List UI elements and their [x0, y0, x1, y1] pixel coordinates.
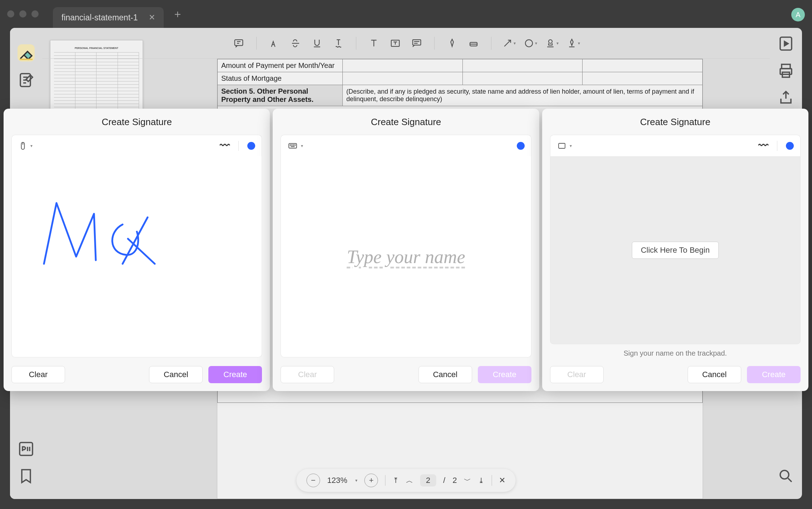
shape-tool-icon[interactable]: ▾ — [521, 34, 539, 52]
toolbar-separator — [256, 37, 257, 50]
table-cell: Amount of Payment per Month/Year — [218, 59, 343, 72]
first-page-icon[interactable]: ⤒ — [393, 476, 399, 485]
clear-button[interactable]: Clear — [281, 366, 334, 383]
highlight-tool-button[interactable] — [18, 44, 35, 61]
signature-dialogs-row: Create Signature ▾ 〰 Clear Cancel Create — [0, 109, 812, 391]
cancel-button[interactable]: Cancel — [688, 366, 741, 383]
close-window-button[interactable] — [7, 10, 14, 18]
note-tool-button[interactable] — [18, 71, 35, 89]
svg-point-13 — [780, 470, 789, 479]
close-tab-icon[interactable]: ✕ — [149, 13, 155, 22]
squiggly-tool-icon[interactable] — [330, 34, 347, 52]
signature-canvas-draw[interactable] — [11, 156, 262, 357]
next-page-icon[interactable]: ﹀ — [464, 476, 471, 485]
toolbar-separator — [491, 37, 491, 50]
highlighter-tool-icon[interactable] — [265, 34, 283, 52]
color-swatch[interactable] — [517, 142, 525, 150]
traffic-lights — [7, 10, 39, 18]
slideshow-icon[interactable] — [777, 35, 794, 52]
document-tab[interactable]: financial-statement-1 ✕ — [53, 7, 164, 28]
zoom-in-button[interactable]: + — [365, 474, 378, 487]
signature-tool-icon[interactable]: ▾ — [564, 34, 582, 52]
create-button[interactable]: Create — [208, 366, 262, 383]
bottombar-separator — [491, 475, 492, 486]
color-swatch[interactable] — [247, 142, 255, 150]
signature-canvas-type[interactable]: Type your name — [281, 156, 531, 357]
stamp-tool-icon[interactable]: ▾ — [543, 34, 561, 52]
signature-method-toolbar: ▾ 〰 — [550, 135, 801, 156]
signature-canvas-trackpad[interactable]: Click Here To Begin — [550, 156, 801, 344]
new-tab-button[interactable]: ＋ — [172, 7, 183, 21]
drawn-signature — [37, 192, 187, 271]
create-button[interactable]: Create — [478, 366, 531, 383]
toolbar-separator — [434, 37, 435, 50]
eraser-tool-icon[interactable] — [465, 34, 482, 52]
total-pages: 2 — [452, 476, 457, 485]
svg-point-17 — [292, 144, 292, 145]
svg-rect-21 — [559, 143, 565, 148]
text-tool-icon[interactable] — [365, 34, 383, 52]
zoom-level[interactable]: 123% — [327, 476, 347, 485]
signature-method-toolbar: ▾ — [281, 135, 531, 156]
clear-button[interactable]: Clear — [550, 366, 604, 383]
ocr-tool-button[interactable] — [18, 440, 35, 458]
zoom-out-button[interactable]: − — [307, 474, 320, 487]
color-swatch[interactable] — [786, 142, 794, 150]
section-header: Section 5. Other Personal Property and O… — [218, 85, 343, 106]
callout-tool-icon[interactable] — [408, 34, 426, 52]
page-navigation-bar: − 123% ▾ + ⤒ ︿ 2 / 2 ﹀ ⤓ ✕ — [297, 469, 516, 492]
page-separator: / — [443, 476, 445, 485]
svg-rect-5 — [413, 40, 421, 45]
table-cell: Status of Mortgage — [218, 72, 343, 85]
trackpad-method-selector[interactable]: ▾ — [557, 142, 572, 150]
textbox-tool-icon[interactable] — [386, 34, 404, 52]
svg-rect-0 — [20, 59, 33, 60]
chevron-down-icon: ▾ — [30, 143, 33, 148]
trackpad-hint: Sign your name on the trackpad. — [550, 349, 801, 357]
bookmark-tool-button[interactable] — [18, 468, 35, 485]
avatar-letter: A — [796, 11, 800, 19]
signature-dialog-type: Create Signature ▾ Type your name Clear … — [273, 109, 539, 391]
toolbar-separator — [356, 37, 356, 50]
pen-tool-icon[interactable] — [443, 34, 461, 52]
current-page-input[interactable]: 2 — [420, 474, 436, 486]
strikethrough-tool-icon[interactable] — [287, 34, 304, 52]
svg-rect-20 — [291, 146, 295, 147]
maximize-window-button[interactable] — [31, 10, 39, 18]
signature-dialog-draw: Create Signature ▾ 〰 Clear Cancel Create — [4, 109, 270, 391]
bottombar-separator — [385, 475, 386, 486]
keyboard-method-selector[interactable]: ▾ — [287, 141, 303, 150]
search-icon[interactable] — [777, 468, 794, 485]
cancel-button[interactable]: Cancel — [149, 366, 203, 383]
underline-tool-icon[interactable] — [308, 34, 326, 52]
dialog-title: Create Signature — [281, 117, 531, 128]
annotation-toolbar: ▾ ▾ ▾ ▾ — [42, 28, 770, 59]
avatar[interactable]: A — [791, 8, 805, 21]
svg-point-7 — [525, 40, 533, 47]
prev-page-icon[interactable]: ︿ — [406, 476, 413, 485]
zoom-dropdown-icon[interactable]: ▾ — [355, 478, 357, 483]
last-page-icon[interactable]: ⤓ — [478, 476, 484, 485]
print-icon[interactable] — [777, 62, 794, 79]
section-description: (Describe, and if any is pledged as secu… — [343, 85, 703, 106]
comment-tool-icon[interactable] — [230, 34, 248, 52]
create-button[interactable]: Create — [747, 366, 801, 383]
mouse-method-selector[interactable]: ▾ — [18, 141, 33, 150]
close-bar-icon[interactable]: ✕ — [499, 476, 505, 485]
stroke-style-icon[interactable]: 〰 — [758, 140, 768, 152]
dialog-title: Create Signature — [11, 117, 262, 128]
svg-point-8 — [549, 40, 552, 43]
chevron-down-icon: ▾ — [570, 143, 572, 148]
chevron-down-icon: ▾ — [301, 143, 303, 148]
document-table: Amount of Payment per Month/Year Status … — [217, 59, 703, 106]
svg-rect-15 — [289, 143, 297, 148]
stroke-style-icon[interactable]: 〰 — [220, 140, 230, 152]
cancel-button[interactable]: Cancel — [419, 366, 472, 383]
arrow-tool-icon[interactable]: ▾ — [500, 34, 518, 52]
svg-point-16 — [290, 144, 291, 145]
clear-button[interactable]: Clear — [11, 366, 65, 383]
begin-trackpad-button[interactable]: Click Here To Begin — [632, 242, 719, 259]
minimize-window-button[interactable] — [19, 10, 26, 18]
svg-point-18 — [293, 144, 294, 145]
share-icon[interactable] — [777, 89, 794, 107]
